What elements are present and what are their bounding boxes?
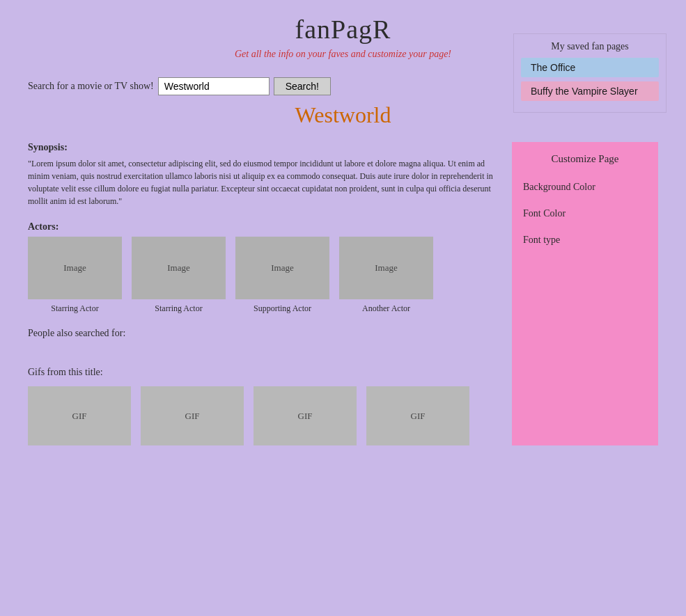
- actors-label: Actors:: [28, 221, 498, 232]
- gif-3: GIF: [366, 386, 469, 445]
- actor-image-3: Image: [339, 237, 433, 299]
- actor-role-2: Supporting Actor: [254, 303, 311, 314]
- search-label: Search for a movie or TV show!: [28, 81, 154, 92]
- gifs-label: Gifs from this title:: [28, 367, 498, 378]
- gif-1: GIF: [141, 386, 244, 445]
- customize-title: Customize Page: [523, 153, 647, 165]
- actor-image-0: Image: [28, 237, 122, 299]
- actor-role-0: Starring Actor: [51, 303, 98, 314]
- saved-pages-title: My saved fan pages: [521, 41, 659, 52]
- customize-font-color[interactable]: Font Color: [523, 208, 647, 219]
- actors-grid: Image Starring Actor Image Starring Acto…: [28, 237, 498, 314]
- content-left: Synopsis: "Lorem ipsum dolor sit amet, c…: [28, 142, 498, 445]
- synopsis-section: Synopsis: "Lorem ipsum dolor sit amet, c…: [28, 142, 498, 207]
- actors-section: Actors: Image Starring Actor Image Starr…: [28, 221, 498, 314]
- actor-role-1: Starring Actor: [155, 303, 202, 314]
- search-input[interactable]: [158, 77, 270, 95]
- main-content: Westworld Synopsis: "Lorem ipsum dolor s…: [28, 102, 658, 445]
- customize-background-color[interactable]: Background Color: [523, 182, 647, 193]
- saved-page-buffy[interactable]: Buffy the Vampire Slayer: [521, 81, 659, 101]
- synopsis-label: Synopsis:: [28, 142, 498, 153]
- actor-image-2: Image: [235, 237, 329, 299]
- saved-page-the-office[interactable]: The Office: [521, 58, 659, 77]
- gifs-grid: GIF GIF GIF GIF: [28, 386, 498, 445]
- people-searched: People also searched for:: [28, 328, 498, 339]
- actor-image-1: Image: [132, 237, 226, 299]
- search-button[interactable]: Search!: [274, 77, 331, 95]
- customize-font-type[interactable]: Font type: [523, 235, 647, 246]
- synopsis-text: "Lorem ipsum dolor sit amet, consectetur…: [28, 157, 498, 207]
- actor-card-1: Image Starring Actor: [132, 237, 226, 314]
- gif-2: GIF: [254, 386, 357, 445]
- actor-card-2: Image Supporting Actor: [235, 237, 329, 314]
- actor-card-0: Image Starring Actor: [28, 237, 122, 314]
- actor-role-3: Another Actor: [362, 303, 410, 314]
- gifs-section: Gifs from this title: GIF GIF GIF GIF: [28, 367, 498, 445]
- gif-0: GIF: [28, 386, 131, 445]
- content-layout: Synopsis: "Lorem ipsum dolor sit amet, c…: [28, 142, 658, 445]
- saved-pages-panel: My saved fan pages The Office Buffy the …: [513, 33, 666, 113]
- actor-card-3: Image Another Actor: [339, 237, 433, 314]
- customize-panel: Customize Page Background Color Font Col…: [512, 142, 658, 445]
